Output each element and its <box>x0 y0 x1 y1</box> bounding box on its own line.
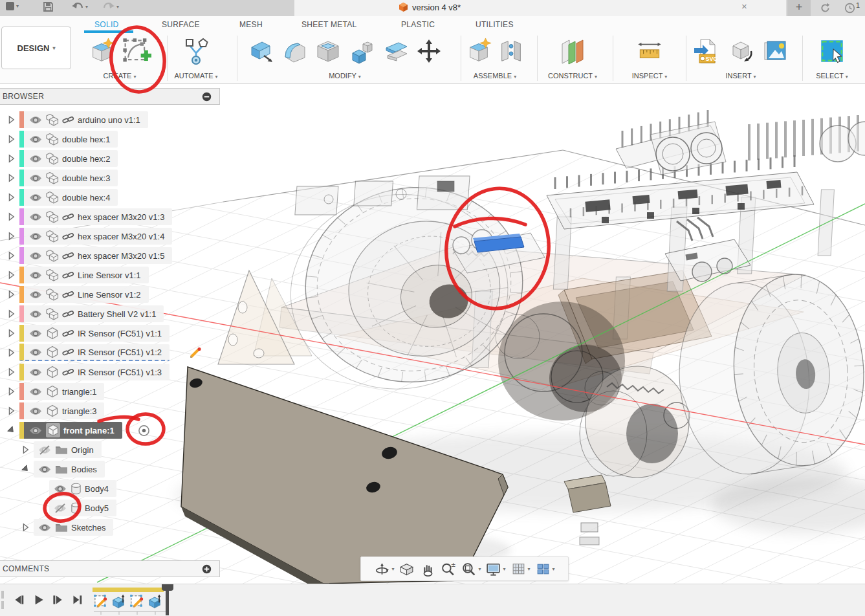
component-label[interactable]: Line Sensor v1:2 <box>78 290 142 300</box>
component-color-swatch[interactable] <box>19 111 24 128</box>
zoom-tool[interactable] <box>440 561 456 577</box>
add-comment-icon[interactable] <box>202 564 212 574</box>
display-settings-tool[interactable]: ▾ <box>485 561 505 577</box>
expand-icon[interactable] <box>6 173 16 183</box>
component-color-swatch[interactable] <box>19 131 24 148</box>
inspect-menu-label[interactable]: INSPECT ▾ <box>621 72 678 80</box>
component-label[interactable]: double hex:1 <box>62 135 111 144</box>
expand-icon[interactable] <box>6 406 16 416</box>
component-color-swatch[interactable] <box>19 150 24 167</box>
insert-svg-tool[interactable]: SVG <box>693 37 721 65</box>
assemble-new-component-tool[interactable] <box>465 38 492 65</box>
eye-icon[interactable] <box>28 115 43 125</box>
timeline-playhead[interactable] <box>166 584 169 615</box>
expand-icon[interactable] <box>6 153 16 164</box>
modify-menu-label[interactable]: MODIFY ▾ <box>241 72 449 80</box>
timeline-feature-extrude[interactable] <box>147 593 162 609</box>
create-sketch-tool[interactable] <box>120 36 151 67</box>
component-color-swatch[interactable] <box>19 189 24 206</box>
eye-icon[interactable] <box>28 406 43 416</box>
browser-row-body4[interactable]: Body4 <box>0 479 220 498</box>
combine-tool[interactable] <box>347 37 376 65</box>
component-label[interactable]: IR Sensor (FC51) v1:1 <box>78 329 163 338</box>
expand-icon[interactable] <box>6 328 16 338</box>
comments-panel-header[interactable]: COMMENTS <box>0 560 220 577</box>
tab-sheet-metal[interactable]: SHEET METAL <box>301 20 357 29</box>
browser-row[interactable]: IR Sensor (FC51) v1:3 <box>0 362 220 382</box>
component-color-swatch[interactable] <box>19 286 24 303</box>
pan-tool[interactable] <box>419 561 435 577</box>
folder-label[interactable]: Origin <box>71 445 95 455</box>
expand-icon[interactable] <box>6 367 16 377</box>
component-color-swatch[interactable] <box>19 402 24 419</box>
automate-menu-label[interactable]: AUTOMATE ▾ <box>170 72 223 80</box>
component-label[interactable]: hex spacer M3x20 v1:5 <box>78 251 166 261</box>
eye-off-icon[interactable] <box>53 503 67 513</box>
eye-icon[interactable] <box>28 290 43 300</box>
close-tab-icon[interactable]: × <box>741 1 747 12</box>
tab-surface[interactable]: SURFACE <box>162 20 200 29</box>
browser-row-selected[interactable]: front plane:1 <box>0 421 220 440</box>
expand-icon[interactable] <box>21 522 30 533</box>
create-menu-label[interactable]: CREATE ▾ <box>76 72 163 80</box>
activate-component-radio[interactable] <box>138 424 150 437</box>
browser-row[interactable]: arduino uno v1:1 <box>0 110 220 129</box>
component-color-swatch[interactable] <box>19 383 24 400</box>
expand-icon[interactable] <box>6 347 16 358</box>
play-button[interactable] <box>31 593 45 607</box>
component-label[interactable]: double hex:2 <box>62 154 111 164</box>
timeline-feature-sketch[interactable] <box>93 593 108 609</box>
eye-icon[interactable] <box>28 368 43 377</box>
move-copy-tool[interactable] <box>415 37 443 65</box>
browser-row[interactable]: double hex:3 <box>0 168 220 188</box>
tab-mesh[interactable]: MESH <box>239 20 263 29</box>
eye-icon[interactable] <box>28 135 43 144</box>
construct-plane-tool[interactable] <box>558 37 587 65</box>
eye-icon[interactable] <box>38 523 52 533</box>
select-menu-label[interactable]: SELECT ▾ <box>806 72 858 80</box>
shell-tool[interactable] <box>314 37 342 65</box>
component-color-swatch[interactable] <box>19 170 24 186</box>
eye-icon[interactable] <box>28 426 43 435</box>
expand-icon[interactable] <box>21 445 30 455</box>
orbit-tool[interactable]: ▾ <box>374 561 394 577</box>
tab-utilities[interactable]: UTILITIES <box>476 20 514 29</box>
browser-row[interactable]: Line Sensor v1:1 <box>0 265 220 285</box>
eye-icon[interactable] <box>28 347 43 357</box>
eye-icon[interactable] <box>28 329 43 338</box>
folder-label[interactable]: Sketches <box>71 523 107 533</box>
component-label[interactable]: Line Sensor v1:1 <box>78 270 142 280</box>
component-color-swatch[interactable] <box>19 267 24 283</box>
eye-icon[interactable] <box>28 173 43 183</box>
eye-icon[interactable] <box>28 154 43 164</box>
component-color-swatch[interactable] <box>19 325 24 342</box>
component-color-swatch[interactable] <box>19 305 24 322</box>
component-label[interactable]: triangle:3 <box>62 406 98 416</box>
browser-row[interactable]: triangle:1 <box>0 382 220 401</box>
expand-icon[interactable] <box>6 270 16 280</box>
canvas-tool[interactable] <box>760 37 789 65</box>
expand-icon[interactable] <box>6 309 16 319</box>
expand-icon[interactable] <box>6 192 16 203</box>
component-color-swatch[interactable] <box>19 247 24 264</box>
save-button[interactable] <box>43 1 54 12</box>
component-label[interactable]: double hex:4 <box>62 193 111 203</box>
expand-icon[interactable] <box>6 115 16 125</box>
new-tab-button[interactable]: + <box>787 0 811 16</box>
notifications-clock-icon[interactable] <box>844 3 855 14</box>
component-color-swatch[interactable] <box>19 344 24 360</box>
browser-row[interactable]: Line Sensor v1:2 <box>0 285 220 304</box>
grid-display-tool[interactable]: ▾ <box>510 561 531 577</box>
insert-menu-label[interactable]: INSERT ▾ <box>690 72 792 80</box>
component-color-swatch[interactable] <box>19 364 24 380</box>
refresh-icon[interactable] <box>820 3 831 14</box>
timeline-scroll-handle[interactable] <box>1 601 4 609</box>
eye-off-icon[interactable] <box>38 445 52 455</box>
browser-row[interactable]: hex spacer M3x20 v1:4 <box>0 226 220 246</box>
redo-button[interactable]: ▾ <box>102 1 119 12</box>
eye-icon[interactable] <box>28 309 43 319</box>
browser-row[interactable]: Battery Shell V2 v1:1 <box>0 304 220 324</box>
browser-row[interactable]: IR Sensor (FC51) v1:1 <box>0 324 220 343</box>
step-back-button[interactable] <box>12 593 26 607</box>
eye-icon[interactable] <box>38 465 52 474</box>
